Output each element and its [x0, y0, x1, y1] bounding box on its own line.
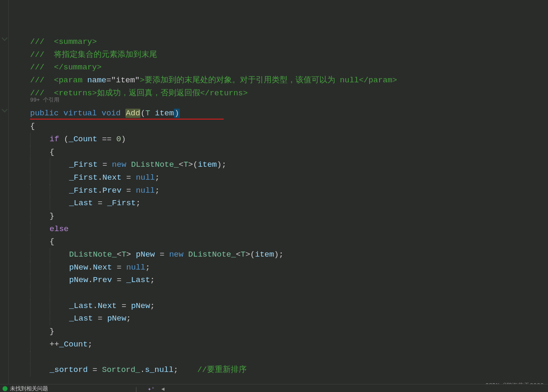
code-line: _Last.Next = pNew; — [9, 300, 548, 313]
code-line: _Last = _First; — [9, 197, 548, 210]
red-underline-annotation — [30, 119, 224, 120]
code-line: /// </summary> — [9, 61, 548, 74]
status-text: 未找到相关问题 — [10, 385, 48, 392]
method-name-highlight: Add — [125, 109, 140, 118]
method-signature: public virtual void Add(T item) — [9, 107, 548, 120]
code-line: /// 将指定集合的元素添加到末尾 — [9, 48, 548, 61]
code-line: DListNote_<T> pNew = new DListNote_<T>(i… — [9, 248, 548, 261]
code-line: /// <param name="item">要添加到的末尾处的对象。对于引用类… — [9, 74, 548, 87]
code-line: else — [9, 223, 548, 236]
code-line: { — [9, 235, 548, 248]
code-line: /// <summary> — [9, 36, 548, 48]
code-line: if (_Count == 0) — [9, 133, 548, 146]
code-editor[interactable]: 99+ 个引用 /// <summary> /// 将指定集合的元素添加到末尾 … — [0, 0, 548, 392]
code-line: pNew.Next = null; — [9, 261, 548, 274]
code-line: { — [9, 146, 548, 159]
arrow-left-icon[interactable]: ◄ — [161, 386, 165, 392]
code-line — [9, 351, 548, 364]
code-line: { — [9, 120, 548, 133]
vertical-divider: | — [135, 386, 138, 392]
code-line: _sortord = Sortord_.s_null; //要重新排序 — [9, 364, 548, 377]
outline-gutter — [0, 0, 9, 392]
code-line: _First = new DListNote_<T>(item); — [9, 158, 548, 171]
code-line: ++_Count; — [9, 338, 548, 351]
code-line: } — [9, 325, 548, 338]
fold-chevron-icon[interactable] — [2, 35, 8, 41]
status-dot-icon — [3, 386, 8, 391]
code-line — [9, 287, 548, 300]
code-line: _First.Next = null; — [9, 171, 548, 184]
code-area[interactable]: /// <summary> /// 将指定集合的元素添加到末尾 /// </su… — [9, 0, 548, 392]
sparkle-icon[interactable]: ✦⁺ — [148, 385, 155, 392]
fold-chevron-icon[interactable] — [2, 107, 8, 112]
status-bar: 未找到相关问题 | ✦⁺ ◄ — [0, 384, 548, 392]
code-line: } — [9, 210, 548, 223]
code-line: /// <returns>如成功，返回真，否则返回假</returns> — [9, 87, 548, 100]
code-line: pNew.Prev = _Last; — [9, 274, 548, 287]
code-line: _Last = pNew; — [9, 312, 548, 325]
code-line: _First.Prev = null; — [9, 184, 548, 197]
